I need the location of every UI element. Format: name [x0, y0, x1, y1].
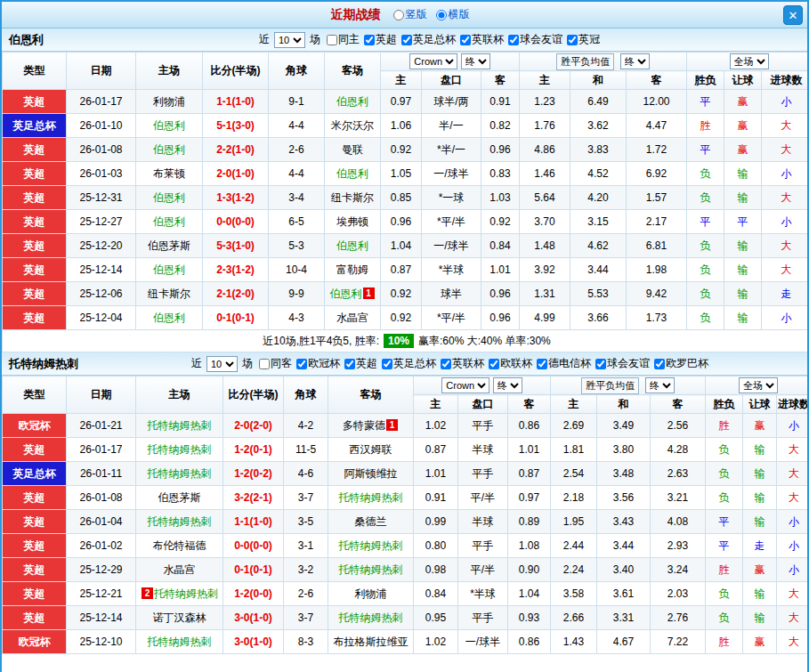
league-filter[interactable]: 欧罗巴杯 [654, 356, 708, 371]
match-row: 欧冠杯 25-12-10 托特纳姆热刺 3-0(1-0) 8-3 布拉格斯拉维亚… [3, 630, 809, 654]
league-filter[interactable]: 德电信杯 [537, 356, 591, 371]
corners-cell: 4-3 [269, 306, 325, 330]
home-team-name: 伯恩利 [153, 191, 185, 204]
avg-draw-cell: 3.62 [570, 114, 627, 138]
home-team-cell: 布伦特福德 [136, 534, 223, 558]
recent-count-select[interactable]: 10 [274, 32, 305, 48]
league-checkbox[interactable] [654, 359, 665, 369]
league-checkbox[interactable] [364, 35, 375, 45]
layout-vertical-option[interactable]: 竖版 [393, 7, 427, 22]
goals-cell: 小 [777, 558, 809, 582]
league-filter[interactable]: 欧冠杯 [296, 356, 340, 371]
odds-source-select[interactable]: Crown [441, 377, 489, 393]
league-filter[interactable]: 英足总杯 [401, 32, 456, 47]
avg-home-cell: 3.92 [520, 258, 570, 282]
league-filter[interactable]: 球会友谊 [595, 356, 650, 371]
handicap-cell: *平/半 [422, 210, 481, 234]
avg-away-cell: 1.73 [627, 306, 687, 330]
corners-cell: 3-1 [284, 534, 328, 558]
same-venue-filter[interactable]: 同主 [327, 32, 360, 47]
recent-count-select[interactable]: 10 [206, 356, 238, 372]
handicap-result-cell: 赢 [743, 630, 777, 654]
league-checkbox[interactable] [401, 35, 412, 45]
handicap-cell: 球半/两 [422, 90, 481, 114]
league-filter[interactable]: 欧联杯 [489, 356, 532, 371]
home-team-name: 托特纳姆热刺 [148, 467, 212, 480]
league-checkbox[interactable] [595, 359, 606, 369]
away-team-name: 曼联 [342, 143, 363, 156]
odds-home-cell: 1.04 [381, 234, 422, 258]
avg-final-select[interactable]: 终 [620, 53, 650, 69]
avg-home-cell: 5.64 [520, 186, 570, 210]
league-cell: 英超 [3, 438, 67, 462]
odds-source-select[interactable]: Crown [409, 53, 457, 69]
league-cell: 英超 [3, 558, 67, 582]
handicap-cell: 平/半 [458, 486, 508, 510]
away-team-cell: 伯恩利 [325, 234, 381, 258]
layout-horizontal-option[interactable]: 横版 [436, 7, 470, 22]
same-venue-checkbox[interactable] [327, 35, 337, 45]
league-checkbox[interactable] [460, 35, 471, 45]
scope-select[interactable]: 全场 [739, 377, 778, 393]
home-team-cell: 伯恩茅斯 [136, 234, 203, 258]
match-row: 英超 26-01-17 托特纳姆热刺 1-2(0-1) 11-5 西汉姆联 0.… [3, 438, 809, 462]
goals-cell: 大 [777, 486, 809, 510]
col-date: 日期 [67, 53, 136, 90]
home-team-cell: 伯恩茅斯 [136, 486, 223, 510]
home-team-cell: 托特纳姆热刺 [136, 510, 223, 534]
league-filter[interactable]: 英联杯 [441, 356, 484, 371]
handicap-cell: *半/一 [422, 138, 481, 162]
odds-away-cell: 0.86 [508, 414, 551, 438]
col-corners: 角球 [284, 376, 328, 414]
layout-vertical-radio[interactable] [393, 10, 404, 20]
scope-select[interactable]: 全场 [730, 53, 769, 69]
corners-cell: 8-3 [284, 630, 328, 654]
handicap-result-cell: 输 [724, 306, 762, 330]
same-venue-label: 同主 [338, 32, 360, 47]
away-team-name: 纽卡斯尔 [331, 191, 374, 204]
league-checkbox[interactable] [296, 359, 307, 369]
league-filter[interactable]: 英超 [364, 32, 397, 47]
same-venue-checkbox[interactable] [259, 359, 270, 369]
league-filter[interactable]: 球会友谊 [508, 32, 562, 47]
close-icon[interactable]: ✕ [783, 5, 803, 25]
league-cell: 英超 [3, 282, 67, 306]
home-team-name: 托特纳姆热刺 [148, 419, 212, 432]
handicap-result-cell: 输 [743, 462, 777, 486]
odds-home-cell: 0.97 [381, 90, 422, 114]
league-checkbox[interactable] [382, 359, 392, 369]
result-cell: 胜 [706, 558, 743, 582]
league-checkbox[interactable] [441, 359, 451, 369]
result-cell: 负 [706, 606, 743, 630]
layout-horizontal-radio[interactable] [436, 10, 447, 20]
league-filter-label: 德电信杯 [548, 356, 591, 371]
league-checkbox[interactable] [508, 35, 519, 45]
match-row: 英超 26-01-04 托特纳姆热刺 1-1(1-0) 3-5 桑德兰 0.99… [3, 510, 809, 534]
corners-cell: 3-4 [269, 186, 325, 210]
league-checkbox[interactable] [537, 359, 547, 369]
league-checkbox[interactable] [489, 359, 499, 369]
league-filter[interactable]: 英冠 [567, 32, 600, 47]
match-row: 英超 25-12-21 2托特纳姆热刺 1-2(0-0) 2-6 利物浦 0.8… [3, 582, 809, 606]
league-cell: 英超 [3, 90, 67, 114]
away-team-cell: 纽卡斯尔 [325, 186, 381, 210]
odds-away-cell: 0.86 [508, 630, 551, 654]
league-filter[interactable]: 英联杯 [460, 32, 504, 47]
home-team-name: 伯恩利 [153, 143, 185, 156]
league-checkbox[interactable] [344, 359, 355, 369]
date-cell: 25-12-14 [67, 606, 136, 630]
avg-final-select[interactable]: 终 [645, 377, 675, 393]
handicap-result-cell: 走 [743, 534, 777, 558]
league-filters: 欧冠杯 英超 英足总杯 英联杯 [292, 356, 708, 371]
avg-draw-cell: 4.20 [570, 186, 627, 210]
odds-final-select[interactable]: 终 [461, 53, 490, 69]
league-cell: 英超 [3, 486, 67, 510]
league-filter[interactable]: 英超 [344, 356, 377, 371]
league-checkbox[interactable] [567, 35, 578, 45]
date-cell: 26-01-17 [67, 438, 136, 462]
avg-away-cell: 2.56 [651, 414, 706, 438]
avg-draw-cell: 5.53 [570, 282, 627, 306]
league-filter[interactable]: 英足总杯 [382, 356, 436, 371]
odds-final-select[interactable]: 终 [493, 377, 522, 393]
same-venue-filter[interactable]: 同客 [259, 356, 292, 371]
